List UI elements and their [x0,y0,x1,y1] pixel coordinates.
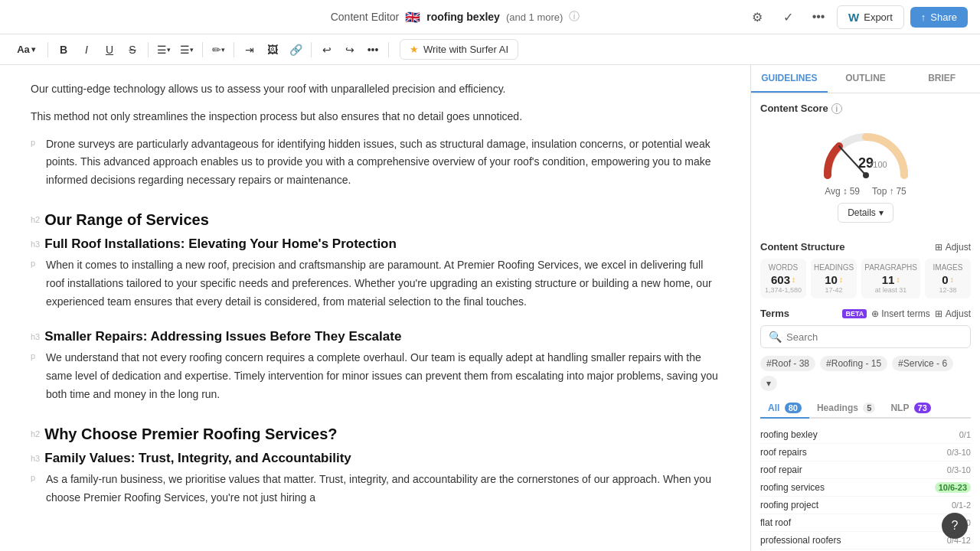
details-button[interactable]: Details ▾ [838,203,893,223]
adjust-terms-btn[interactable]: ⊞ Adjust [935,308,971,319]
nlp-count: 73 [914,403,931,413]
cs-paragraphs: PARAGRAPHS 11 ↕ at least 31 [861,259,920,298]
content-score-info-icon[interactable]: i [831,103,842,114]
cs-header: Content Structure ⊞ Adjust [760,241,971,253]
intro-para-2: This method not only streamlines the ins… [31,108,720,126]
link-btn[interactable]: 🔗 [285,39,306,60]
panel-tabs: GUIDELINES OUTLINE BRIEF [751,65,980,93]
search-icon: 🔍 [769,331,782,343]
circle-check-icon-btn[interactable]: ✓ [776,5,800,29]
insert-terms-label: Insert terms [881,308,929,319]
strikethrough-btn[interactable]: S [122,39,143,60]
tab-guidelines[interactable]: GUIDELINES [751,65,828,93]
export-button[interactable]: W Export [837,5,904,29]
divider-5 [311,42,312,57]
filter-tab-all[interactable]: All 80 [760,399,809,419]
undo-btn[interactable]: ↩ [316,39,338,60]
tag-roofing[interactable]: #Roofing - 15 [820,356,887,371]
cs-headings-range: 17-42 [814,286,854,294]
all-count: 80 [785,403,802,413]
paragraphs-arrow-icon: ↕ [896,276,900,284]
adjust-structure-btn[interactable]: ⊞ Adjust [935,242,971,253]
italic-btn[interactable]: I [76,39,97,60]
font-size-btn[interactable]: Aa ▾ [9,39,43,60]
surfer-ai-btn[interactable]: ★ Write with Surfer AI [400,39,518,60]
right-panel: GUIDELINES OUTLINE BRIEF Content Score i [750,65,980,551]
search-input[interactable] [786,331,962,343]
terms-header: Terms BETA ⊕ Insert terms ⊞ Adjust [760,308,971,319]
h2-2-row: h2 Why Choose Premier Roofing Services? [31,425,720,443]
content-score-label: Content Score [760,103,828,114]
main-layout: Our cutting-edge technology allows us to… [0,65,980,551]
h3-2-row: h3 Smaller Repairs: Addressing Issues Be… [31,329,720,344]
adjust-icon: ⊞ [935,242,942,253]
insert-terms-btn[interactable]: ⊕ Insert terms [871,308,929,319]
indent-btn[interactable]: ⇥ [239,39,260,60]
cs-words-label: WORDS [763,263,803,272]
h3-label-2: h3 [31,332,40,341]
para-label-p: p [31,135,46,147]
cs-words: WORDS 603 ↕ 1,374-1,580 [760,259,806,298]
underline-btn[interactable]: U [99,39,120,60]
redo-btn[interactable]: ↪ [339,39,361,60]
cs-words-value: 603 ↕ [763,273,803,286]
editor-area[interactable]: Our cutting-edge technology allows us to… [0,65,750,551]
para-drone: p Drone surveys are particularly advanta… [31,135,720,199]
keyword-more: (and 1 more) [506,11,563,23]
divider-6 [388,42,389,57]
cs-headings: HEADINGS 10 ↕ 17-42 [811,259,857,298]
bold-btn[interactable]: B [53,39,74,60]
h3-family-values: Family Values: Trust, Integrity, and Acc… [44,451,351,466]
avg-stat: Avg ↕ 59 [825,186,860,197]
cs-images: IMAGES 0 ↕ 12-38 [925,259,971,298]
share-icon: ↑ [921,11,926,23]
tag-service[interactable]: #Service - 6 [892,356,953,371]
align-btn[interactable]: ☰ ▾ [153,39,175,60]
adjust-label: Adjust [946,242,971,253]
tag-expand[interactable]: ▾ [760,376,777,391]
cs-images-label: IMAGES [928,263,968,272]
words-arrow-icon: ↕ [792,276,795,284]
para-label-p2: p [31,256,46,268]
align-icon: ☰ [157,44,167,56]
image-btn[interactable]: 🖼 [262,39,283,60]
divider-1 [47,42,48,57]
para-installations-text: When it comes to installing a new roof, … [46,256,720,311]
panel-body: Content Score i 29 /100 [751,93,980,551]
h3-repairs: Smaller Repairs: Addressing Issues Befor… [44,329,401,344]
cs-images-range: 12-38 [928,286,968,294]
tag-roof[interactable]: #Roof - 38 [760,356,815,371]
adjust2-label: Adjust [946,308,971,319]
intro-para-1: Our cutting-edge technology allows us to… [31,80,720,99]
para-installations: p When it comes to installing a new roof… [31,256,720,320]
cs-grid: WORDS 603 ↕ 1,374-1,580 HEADINGS 10 ↕ [760,259,971,298]
headings-count: 5 [863,403,875,413]
help-button[interactable]: ? [942,513,968,539]
tab-outline[interactable]: OUTLINE [828,65,904,93]
filter-tabs: All 80 Headings 5 NLP 73 [760,399,971,419]
term-roof-repairs: roof repairs 0/3-10 [760,444,971,461]
info-icon[interactable]: ⓘ [569,10,580,24]
list-btn[interactable]: ☰ ▾ [176,39,198,60]
keyword-label: roofing bexley [426,11,500,23]
para-repairs-text: We understand that not every roofing con… [46,349,720,403]
para-family: p As a family-run business, we prioritis… [31,471,720,517]
search-box: 🔍 [760,325,971,348]
h3-3-row: h3 Family Values: Trust, Integrity, and … [31,451,720,466]
term-roofing-services: roofing services 10/6-23 [760,479,971,497]
h2-services: Our Range of Services [44,211,209,229]
cs-paragraphs-label: PARAGRAPHS [864,263,917,272]
app-title: Content Editor [331,11,400,23]
more-toolbar-btn[interactable]: ••• [362,39,384,60]
more-options-btn[interactable]: ••• [806,5,831,29]
tab-brief[interactable]: BRIEF [903,65,980,93]
filter-tab-nlp[interactable]: NLP 73 [883,399,938,419]
settings-icon-btn[interactable]: ⚙ [745,5,769,29]
highlight-btn[interactable]: ✏ ▾ [207,39,229,60]
gauge-container: 29 /100 Avg ↕ 59 Top ↑ 75 [760,122,971,197]
h3-label-3: h3 [31,454,40,463]
share-button[interactable]: ↑ Share [910,7,968,28]
filter-tab-headings[interactable]: Headings 5 [809,399,883,419]
highlight-icon: ✏ [212,44,221,56]
divider-4 [234,42,234,57]
